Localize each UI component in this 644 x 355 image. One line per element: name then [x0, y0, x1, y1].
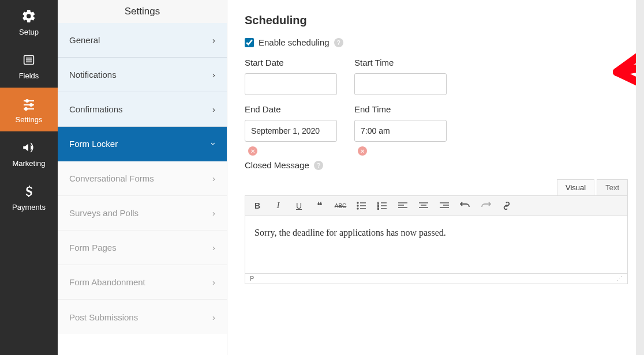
list-icon — [21, 52, 37, 68]
sidebar-item-label: Form Abandonment — [69, 277, 145, 287]
sidebar-item-label: Notifications — [69, 70, 117, 80]
settings-title: Settings — [58, 0, 227, 23]
nav-fields[interactable]: Fields — [0, 44, 58, 88]
sidebar-item-form-abandonment[interactable]: Form Abandonment › — [58, 265, 227, 300]
svg-point-5 — [26, 100, 28, 102]
chevron-right-icon: › — [212, 243, 215, 252]
align-right-button[interactable] — [438, 199, 451, 212]
strikethrough-button[interactable]: ABC — [334, 199, 347, 212]
chevron-down-icon: › — [209, 142, 219, 145]
sidebar-item-label: Form Pages — [69, 243, 117, 252]
sidebar-item-confirmations[interactable]: Confirmations › — [58, 92, 227, 127]
svg-point-14 — [357, 208, 358, 209]
section-title: Scheduling — [245, 14, 644, 27]
blockquote-button[interactable]: ❝ — [313, 199, 326, 212]
enable-scheduling-checkbox[interactable] — [245, 38, 254, 47]
chevron-right-icon: › — [212, 312, 215, 322]
start-time-input[interactable] — [354, 73, 447, 95]
gear-icon — [21, 8, 37, 24]
svg-point-7 — [30, 104, 32, 106]
chevron-right-icon: › — [212, 35, 215, 45]
sidebar-item-label: Conversational Forms — [69, 173, 154, 183]
chevron-right-icon: › — [212, 173, 215, 183]
sidebar-item-label: Post Submissions — [69, 312, 138, 322]
help-icon[interactable]: ? — [334, 38, 343, 47]
sidebar-item-conversational-forms[interactable]: Conversational Forms › — [58, 161, 227, 196]
resize-handle-icon[interactable]: ⋰ — [616, 275, 623, 282]
bullet-list-button[interactable] — [355, 199, 368, 212]
underline-button[interactable]: U — [293, 199, 305, 212]
undo-button[interactable] — [459, 199, 471, 212]
link-button[interactable] — [500, 199, 513, 212]
end-date-input[interactable] — [245, 120, 337, 142]
start-date-input[interactable] — [245, 73, 337, 95]
sidebar-item-form-locker[interactable]: Form Locker › — [58, 127, 227, 161]
svg-text:3: 3 — [377, 207, 379, 210]
italic-button[interactable]: I — [272, 199, 284, 212]
sliders-icon — [21, 96, 37, 112]
nav-marketing[interactable]: Marketing — [0, 131, 58, 175]
editor-path: P — [250, 275, 254, 282]
svg-point-10 — [357, 202, 358, 203]
sidebar-item-label: Form Locker — [69, 139, 118, 149]
align-center-button[interactable] — [417, 199, 430, 212]
end-date-label: End Date — [245, 104, 337, 114]
nav-payments[interactable]: Payments — [0, 175, 58, 219]
svg-point-9 — [25, 108, 27, 110]
nav-label: Setup — [19, 28, 39, 36]
redo-button[interactable] — [480, 199, 492, 212]
sidebar-item-general[interactable]: General › — [58, 23, 227, 58]
nav-label: Marketing — [12, 159, 45, 168]
editor-tab-visual[interactable]: Visual — [557, 179, 594, 195]
enable-scheduling-label: Enable scheduling — [259, 37, 330, 47]
sidebar-item-label: Confirmations — [69, 104, 123, 114]
svg-point-12 — [357, 205, 358, 206]
chevron-right-icon: › — [212, 277, 215, 287]
chevron-right-icon: › — [212, 208, 215, 218]
nav-settings[interactable]: Settings — [0, 88, 58, 131]
sidebar-item-form-pages[interactable]: Form Pages › — [58, 231, 227, 265]
clear-end-time-button[interactable]: ✕ — [358, 146, 367, 156]
dollar-icon — [21, 183, 37, 199]
primary-nav: Setup Fields Settings Marketing Payments — [0, 0, 58, 355]
nav-setup[interactable]: Setup — [0, 0, 58, 44]
help-icon[interactable]: ? — [314, 161, 323, 170]
start-time-label: Start Time — [354, 58, 447, 67]
rich-text-editor: Visual Text B I U ❝ ABC 123 — [245, 179, 628, 284]
numbered-list-button[interactable]: 123 — [376, 199, 388, 212]
sidebar-item-post-submissions[interactable]: Post Submissions › — [58, 300, 227, 334]
end-time-label: End Time — [354, 104, 447, 114]
bold-button[interactable]: B — [251, 199, 264, 212]
sidebar-item-surveys-polls[interactable]: Surveys and Polls › — [58, 196, 227, 231]
main-content: Scheduling Enable scheduling ? Start Dat… — [227, 0, 644, 355]
sidebar-item-notifications[interactable]: Notifications › — [58, 58, 227, 92]
sidebar-item-label: General — [69, 35, 100, 45]
bullhorn-icon — [21, 139, 37, 156]
sidebar-item-label: Surveys and Polls — [69, 208, 138, 218]
clear-end-date-button[interactable]: ✕ — [248, 146, 257, 156]
nav-label: Fields — [19, 71, 39, 80]
scrollbar[interactable] — [636, 0, 644, 355]
settings-sidebar: Settings General › Notifications › Confi… — [58, 0, 227, 355]
align-left-button[interactable] — [396, 199, 409, 212]
editor-content[interactable]: Sorry, the deadline for applications has… — [245, 216, 628, 274]
nav-label: Payments — [12, 203, 46, 212]
nav-label: Settings — [16, 115, 43, 124]
chevron-right-icon: › — [212, 70, 215, 80]
closed-message-label: Closed Message — [245, 160, 309, 170]
start-date-label: Start Date — [245, 58, 337, 67]
end-time-input[interactable] — [354, 120, 447, 142]
editor-tab-text[interactable]: Text — [597, 179, 628, 195]
editor-toolbar: B I U ❝ ABC 123 — [245, 195, 628, 216]
chevron-right-icon: › — [212, 104, 215, 114]
